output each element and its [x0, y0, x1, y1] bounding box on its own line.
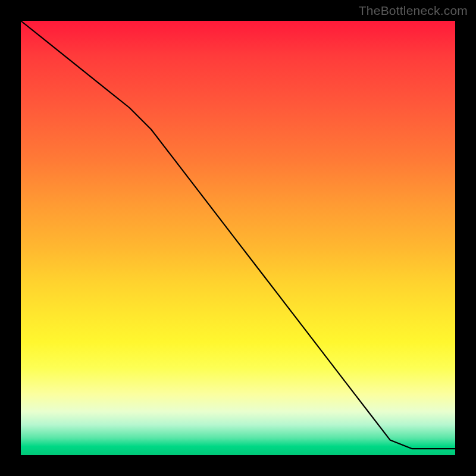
curve-line: [21, 21, 455, 449]
chart-frame: TheBottleneck.com: [0, 0, 476, 476]
chart-overlay: [21, 21, 455, 455]
attribution-text: TheBottleneck.com: [359, 4, 468, 18]
plot-area: [21, 21, 455, 455]
